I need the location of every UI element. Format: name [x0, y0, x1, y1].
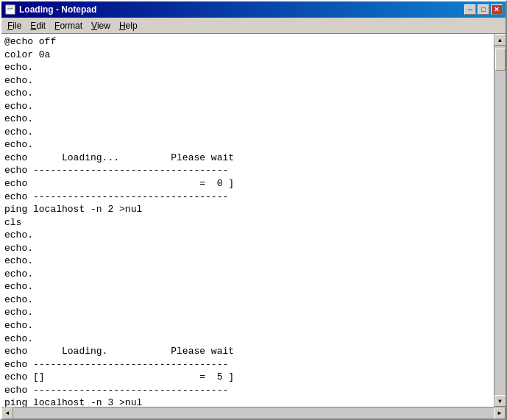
vertical-scrollbar[interactable]: ▲ ▼	[494, 34, 506, 407]
close-button[interactable]: ✕	[491, 4, 503, 15]
title-bar-left: Loading - Notepad	[4, 4, 96, 15]
content-area: @echo off color 0a echo. echo. echo. ech…	[1, 34, 506, 407]
scroll-right-button[interactable]: ►	[494, 407, 506, 419]
menu-edit[interactable]: Edit	[26, 18, 50, 33]
scroll-h-track[interactable]	[13, 407, 494, 419]
notepad-icon	[4, 4, 16, 15]
scroll-left-button[interactable]: ◄	[1, 407, 13, 419]
menu-format[interactable]: Format	[50, 18, 87, 33]
title-buttons: ─ □ ✕	[464, 4, 503, 15]
svg-rect-3	[7, 10, 12, 10]
scroll-down-button[interactable]: ▼	[494, 395, 506, 407]
minimize-button[interactable]: ─	[464, 4, 476, 15]
horizontal-scrollbar[interactable]: ◄ ►	[1, 407, 506, 419]
maximize-button[interactable]: □	[478, 4, 489, 15]
scroll-up-button[interactable]: ▲	[494, 34, 506, 46]
menu-bar: File Edit Format View Help	[1, 18, 506, 34]
svg-rect-2	[7, 8, 13, 9]
menu-view[interactable]: View	[87, 18, 115, 33]
menu-help[interactable]: Help	[115, 18, 142, 33]
bottom-area: ◄ ►	[1, 407, 506, 419]
window-title: Loading - Notepad	[19, 4, 96, 15]
main-window: Loading - Notepad ─ □ ✕ File Edit Format…	[0, 0, 507, 420]
scroll-track[interactable]	[494, 46, 506, 395]
text-editor[interactable]: @echo off color 0a echo. echo. echo. ech…	[1, 34, 494, 407]
scroll-thumb[interactable]	[495, 49, 506, 71]
menu-file[interactable]: File	[3, 18, 26, 33]
svg-rect-1	[7, 7, 13, 7]
title-bar: Loading - Notepad ─ □ ✕	[1, 1, 506, 18]
